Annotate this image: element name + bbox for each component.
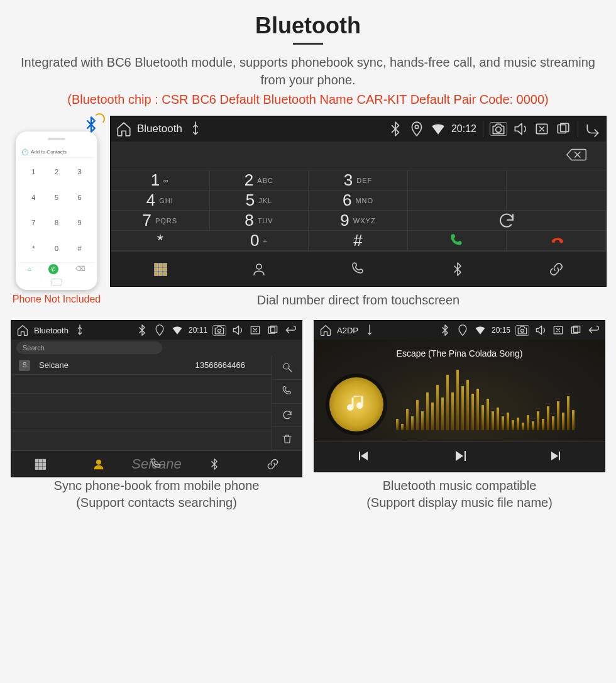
svg-rect-6 [159,264,162,267]
clock: 20:15 [492,326,510,335]
delete-button[interactable] [272,427,302,450]
next-button[interactable] [549,448,564,466]
list-item [11,431,272,450]
phonebook-panel: Bluetooth 20:11 Search [11,320,302,477]
close-app-icon[interactable] [552,324,564,336]
home-icon[interactable] [319,324,332,336]
back-icon[interactable] [585,121,601,137]
camera-icon[interactable] [515,325,529,336]
tab-contacts[interactable] [69,451,127,477]
dialer-keypad: 1∞ 2ABC 3DEF 4GHI 5JKL 6MNO 7PQRS 8TUV 9… [111,170,606,251]
redial-button[interactable] [408,211,606,231]
title-underline [293,43,323,45]
play-pause-button[interactable] [452,448,467,466]
sync-button[interactable] [272,404,302,428]
camera-icon[interactable] [212,325,226,336]
recent-apps-icon[interactable] [267,324,279,336]
search-button[interactable] [272,356,302,380]
music-caption: Bluetooth music compatible (Support disp… [314,477,605,511]
home-icon[interactable] [116,121,132,137]
app-title: Bluetooth [137,123,182,135]
hangup-button[interactable] [507,231,606,251]
tab-bluetooth[interactable] [185,451,243,477]
key-blank-3 [408,191,507,211]
close-app-icon[interactable] [249,324,261,336]
key-7[interactable]: 7PQRS [111,211,210,231]
volume-icon[interactable] [534,324,547,336]
add-contact-label: Add to Contacts [31,149,67,155]
song-title: Escape (The Pina Colada Song) [314,348,605,358]
svg-point-29 [96,460,101,464]
contact-name: Seicane [39,360,69,370]
home-icon[interactable] [16,324,29,336]
call-button[interactable] [272,380,302,404]
svg-rect-5 [155,264,158,267]
key-4[interactable]: 4GHI [111,191,210,211]
recent-apps-icon[interactable] [555,121,571,137]
tab-bluetooth[interactable] [408,252,507,286]
call-button[interactable] [408,231,507,251]
key-8[interactable]: 8TUV [210,211,309,231]
phone-mockup-column: + Add to Contacts 123 456 789 *0# ⌂ ✆ ⌫ [9,116,104,305]
tab-pair[interactable] [507,252,606,286]
search-row: Search [11,340,302,356]
phonebook-caption: Sync phone-book from mobile phone (Suppo… [11,477,302,511]
equalizer-icon [396,377,592,430]
bluetooth-icon [439,324,451,336]
album-art [329,377,383,431]
key-0[interactable]: 0+ [210,231,309,251]
svg-rect-26 [36,467,38,469]
key-2[interactable]: 2ABC [210,170,309,191]
contacts-list[interactable]: S Seicane 13566664466 [11,356,272,450]
back-icon[interactable] [587,324,600,336]
svg-rect-10 [163,268,167,271]
svg-rect-9 [159,268,162,271]
close-app-icon[interactable] [534,121,550,137]
tab-dialpad[interactable] [111,252,210,286]
wifi-icon [474,324,487,336]
back-icon[interactable] [284,324,297,336]
search-input[interactable]: Search [16,342,162,354]
key-star[interactable]: * [111,231,210,251]
music-panel: A2DP 20:15 Escape (The Pina Colada Song) [314,320,605,472]
key-3[interactable]: 3DEF [309,170,408,191]
prev-button[interactable] [355,448,370,466]
dialer-tabs [111,251,606,286]
phone-dialpad: 123 456 789 *0# [19,158,94,262]
app-title: A2DP [337,326,358,335]
svg-point-19 [283,364,289,369]
svg-rect-12 [159,272,162,275]
tab-contacts[interactable] [210,252,309,286]
key-6[interactable]: 6MNO [309,191,408,211]
tab-pair[interactable] [244,451,302,477]
tab-call-log[interactable] [128,451,185,477]
recent-apps-icon[interactable] [569,324,582,336]
tab-call-log[interactable] [309,252,408,286]
wifi-icon [430,121,446,137]
backspace-button[interactable] [566,148,587,164]
phonebook-tabs [11,450,302,477]
key-1[interactable]: 1∞ [111,170,210,191]
svg-rect-7 [163,264,167,267]
usb-icon [187,121,204,137]
contact-initial: S [19,360,30,371]
contact-number: 13566664466 [195,360,245,370]
key-9[interactable]: 9WXYZ [309,211,408,231]
music-statusbar: A2DP 20:15 [314,321,605,340]
svg-rect-24 [40,463,42,465]
tab-dialpad[interactable] [11,451,69,477]
location-icon [153,324,166,336]
svg-rect-27 [40,467,42,469]
contact-row[interactable]: S Seicane 13566664466 [11,356,272,375]
volume-icon[interactable] [231,324,244,336]
volume-icon[interactable] [512,121,529,137]
svg-point-14 [256,264,261,269]
svg-point-1 [496,127,502,133]
key-hash[interactable]: # [309,231,408,251]
key-5[interactable]: 5JKL [210,191,309,211]
camera-icon[interactable] [490,122,507,136]
music-body: Escape (The Pina Colada Song) [314,340,605,441]
svg-rect-13 [163,272,167,275]
phone-backspace-icon: ⌫ [75,265,85,273]
add-contact-icon: + [22,149,28,155]
